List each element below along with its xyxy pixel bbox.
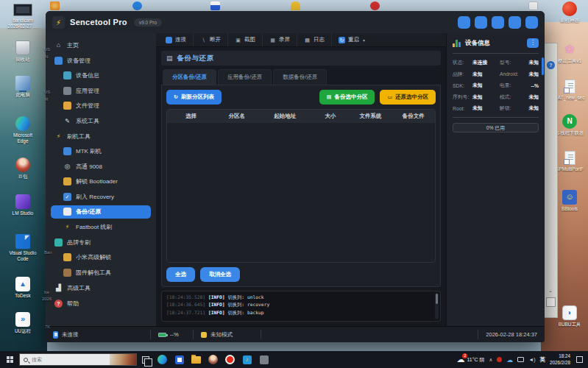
toolbar-screen-record-button[interactable]: 录屏: [262, 33, 297, 46]
taskbar-search-box[interactable]: [19, 353, 137, 366]
flash-tools-icon: [54, 132, 63, 141]
log-console[interactable]: [18:24:35.528] [INFO] 切换到: unlock[18:24:…: [161, 291, 441, 322]
device-info-menu-button[interactable]: ⋮: [527, 38, 539, 48]
sidebar-item-backup-restore[interactable]: 备份/还原: [51, 205, 151, 219]
background-window-edge[interactable]: ? ⌄: [542, 43, 558, 318]
sidebar-item-system-tools[interactable]: 系统工具: [51, 114, 151, 127]
desktop-icon-cut-icon-2[interactable]: [132, 1, 142, 10]
desktop-icon-todesk[interactable]: ToDesk: [3, 277, 43, 299]
toolbar-reboot-button[interactable]: 重启▾: [331, 33, 372, 46]
device-field-value: 未知: [472, 71, 500, 78]
column-header: 文件系统: [350, 113, 392, 120]
action-center-icon[interactable]: [576, 356, 583, 363]
refresh-partitions-button[interactable]: 刷新分区列表: [166, 90, 222, 105]
desktop-icon-avatar-app[interactable]: 豆包: [3, 158, 43, 180]
recorder-tray-icon[interactable]: [497, 357, 502, 362]
desktop-icon-cut-icon-1[interactable]: [50, 1, 60, 10]
taskbar-bandicam-recorder-icon[interactable]: [222, 351, 238, 368]
desktop-icon-vscode[interactable]: Visual StudioCode: [3, 234, 43, 263]
sidebar-item-qualcomm-9008[interactable]: 高通 9008: [51, 160, 151, 173]
window-control-minimize[interactable]: [492, 16, 504, 29]
taskbar-gray-app-icon[interactable]: [255, 351, 272, 368]
column-header: 备份文件: [392, 113, 435, 120]
taskbar-store-app-icon[interactable]: [171, 351, 188, 368]
window-control-theme[interactable]: [475, 16, 487, 29]
display-tray-icon[interactable]: [517, 357, 524, 362]
tab-data-backup[interactable]: 数据备份/还原: [273, 69, 327, 85]
title-bar[interactable]: Sencetool Pro v9.0 Pro: [46, 11, 545, 33]
taskbar-search-input[interactable]: [32, 357, 91, 362]
cloud-tray-icon[interactable]: [506, 356, 513, 364]
sidebar-item-mtk-flash[interactable]: MTK 刷机: [51, 145, 151, 158]
log-scrollbar[interactable]: [435, 293, 439, 319]
restore-selected-button[interactable]: 还原选中分区: [380, 90, 436, 105]
sidebar-item-label: 设备信息: [76, 71, 99, 79]
partition-table-body[interactable]: [167, 123, 435, 262]
window-control-settings[interactable]: [458, 16, 470, 29]
status-connection-text: 未连接: [62, 331, 79, 339]
status-datetime: 2026-02-28 18:24:37: [478, 330, 545, 339]
toolbar-screenshot-button[interactable]: 截图: [227, 33, 262, 46]
desktop-icon-uu-remote[interactable]: UU远程: [3, 312, 43, 334]
sidebar-item-firmware-unpack[interactable]: 固件解包工具: [51, 266, 151, 279]
toolbar-disconnect-button[interactable]: 断开: [193, 33, 227, 46]
desktop-icon-flash-artifact[interactable]: 刷机神器: [553, 1, 587, 24]
desktop-icon-cut-icon-4[interactable]: [291, 1, 300, 10]
taskbar-music-app-icon[interactable]: [238, 351, 255, 368]
sidebar: 主页设备管理设备信息应用管理文件管理系统工具刷机工具MTK 刷机高通 9008解…: [46, 33, 156, 326]
ime-indicator[interactable]: 英: [539, 356, 545, 364]
help-circle-icon[interactable]: ?: [547, 61, 555, 69]
deselect-all-button[interactable]: 取消全选: [200, 267, 240, 282]
volume-icon[interactable]: [528, 357, 535, 362]
sidebar-item-mi-advanced-unlock[interactable]: 小米高级解锁: [51, 251, 151, 264]
backup-selected-button[interactable]: 备份选中分区: [319, 90, 375, 105]
windows-logo-icon: [7, 356, 13, 363]
desktop-icon-cut-icon-5[interactable]: [370, 1, 380, 10]
desktop-icon-recycle-bin[interactable]: 回收站: [3, 40, 43, 63]
panel-scrollbar-thumb[interactable]: [542, 57, 544, 75]
sidebar-item-flash-recovery[interactable]: 刷入 Recovery: [51, 190, 151, 203]
lms-icon: [15, 194, 30, 209]
desktop-icon-this-pc[interactable]: 此电脑: [3, 76, 43, 98]
sidebar-item-advanced-tools[interactable]: 高级工具: [51, 281, 151, 294]
background-window-button[interactable]: [546, 297, 556, 307]
search-daily-image[interactable]: [110, 354, 136, 365]
sidebar-item-unlock-bootloader[interactable]: 解锁 Bootloader: [51, 175, 151, 188]
desktop-icon-microsoft-edge[interactable]: MicrosoftEdge: [3, 116, 43, 145]
window-control-maximize[interactable]: [509, 16, 521, 29]
toolbar-connect-button[interactable]: 连接: [159, 33, 193, 46]
desktop-icon-bandicam-file[interactable]: bandicam2026-02-27 …: [3, 4, 43, 30]
sidebar-item-flash-tools[interactable]: 刷机工具: [51, 130, 151, 143]
taskbar-task-view-icon[interactable]: [137, 351, 154, 368]
sidebar-item-device-info[interactable]: 设备信息: [51, 69, 151, 82]
record-glyph: [225, 355, 235, 364]
sidebar-item-brand-flash[interactable]: 品牌专刷: [51, 236, 151, 249]
tab-application-backup[interactable]: 应用备份/还原: [218, 69, 272, 85]
collapse-chevron-icon[interactable]: ⌄: [548, 288, 553, 294]
selection-actions: 全选 取消全选: [166, 267, 436, 282]
start-button[interactable]: [0, 356, 19, 363]
select-all-button[interactable]: 全选: [166, 267, 195, 282]
sidebar-item-fastboot-flash[interactable]: Fastboot 线刷: [51, 220, 151, 233]
sidebar-item-home[interactable]: 主页: [51, 38, 151, 52]
desktop-icon-lm-studio[interactable]: LM Studio: [3, 194, 43, 216]
weather-widget[interactable]: 2 11°C 阴: [456, 355, 484, 364]
taskbar-clock[interactable]: 18:24 2026/2/28: [550, 353, 570, 366]
tray-expand-chevron-icon[interactable]: ∧: [489, 357, 492, 363]
taskbar-avatar-app-icon[interactable]: [205, 351, 222, 368]
desktop-icon-cut-icon-6[interactable]: [528, 1, 538, 10]
sidebar-item-help[interactable]: 帮助: [51, 297, 151, 310]
q9008-icon: [63, 163, 71, 171]
help-icon: [54, 300, 63, 308]
status-battery-text: --%: [170, 331, 179, 338]
window-control-close[interactable]: [525, 16, 538, 29]
sidebar-item-app-mgmt[interactable]: 应用管理: [51, 84, 151, 97]
tab-partition-backup[interactable]: 分区备份/还原: [163, 69, 216, 85]
sidebar-item-device-mgmt[interactable]: 设备管理: [51, 54, 151, 67]
taskbar-file-explorer-icon[interactable]: [188, 351, 205, 368]
desktop-icon-cut-icon-3[interactable]: [210, 1, 220, 10]
sidebar-item-file-mgmt[interactable]: 文件管理: [51, 99, 151, 113]
toolbar-log-button[interactable]: 日志: [297, 33, 331, 46]
taskbar-edge-browser-icon[interactable]: [154, 351, 171, 368]
log-message: 切换到: backup: [227, 310, 263, 315]
